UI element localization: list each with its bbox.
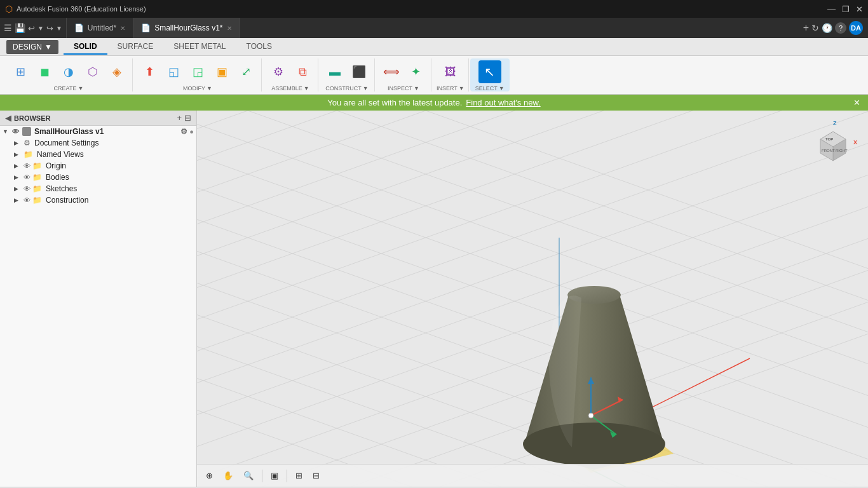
layout-button[interactable]: ⊟ [309,469,323,482]
tab-untitled[interactable]: 📄 Untitled* ✕ [67,18,133,38]
zoom-button[interactable]: 🔍 [240,469,257,482]
tree-item-bodies[interactable]: ▶ 👁 📁 Bodies [0,172,196,183]
construction-eye[interactable]: 👁 [24,196,31,204]
select-tool-button[interactable]: ↖ [478,60,501,83]
construct-arrow: ▼ [363,85,369,92]
root-extra[interactable]: ● [189,128,194,135]
main-content: ◀ BROWSER + ⊟ ▼ 👁 SmallHourGlass v1 ⚙ ● … [0,111,868,487]
select-arrow: ▼ [499,85,505,92]
tab-surface[interactable]: SURFACE [107,39,164,55]
assemble-label[interactable]: ASSEMBLE ▼ [271,85,309,92]
browser-split-button[interactable]: ⊟ [184,113,191,123]
display-mode-button[interactable]: ▣ [267,469,282,482]
insert-buttons: 🖼 [439,58,462,85]
tree-root-item[interactable]: ▼ 👁 SmallHourGlass v1 ⚙ ● [0,126,196,137]
browser-panel: ◀ BROWSER + ⊟ ▼ 👁 SmallHourGlass v1 ⚙ ● … [0,111,197,487]
sweep-button[interactable]: ⬡ [81,60,104,83]
shell-button[interactable]: ▣ [210,60,233,83]
tab-solid[interactable]: SOLID [64,39,107,55]
insert-mesh-button[interactable]: 🖼 [439,60,462,83]
tree-item-sketches[interactable]: ▶ 👁 📁 Sketches [0,183,196,194]
tab-close-hourglass[interactable]: ✕ [227,25,232,32]
tab-smallhourglass[interactable]: 📄 SmallHourGlass v1* ✕ [133,18,240,38]
toolbar-buttons: ⊞ ◼ ◑ ⬡ ◈ CREATE ▼ [0,56,868,94]
construction-arrow: ▶ [14,197,22,203]
viewport-bottom-toolbar: ⊕ ✋ 🔍 ▣ ⊞ ⊟ [197,464,868,487]
root-eye[interactable]: 👁 [12,128,19,135]
modify-group: ⬆ ◱ ◲ ▣ ⤢ MODIFY ▼ [134,58,262,92]
offset-plane-icon: ▬ [329,66,341,78]
select-label[interactable]: SELECT ▼ [475,85,505,92]
extrude-button[interactable]: ◼ [33,60,56,83]
account-avatar[interactable]: DA [849,21,863,35]
notification-close-button[interactable]: ✕ [853,98,860,107]
press-pull-button[interactable]: ⬆ [138,60,161,83]
view-cube[interactable]: X Z TOP FRONT RIGHT [808,120,858,171]
notification-text: You are all set with the latest update. [327,98,462,107]
title-bar: ⬡ Autodesk Fusion 360 (Education License… [0,0,868,18]
chamfer-button[interactable]: ◲ [186,60,209,83]
bodies-eye[interactable]: 👁 [24,173,31,181]
notification-link[interactable]: Find out what's new. [466,98,540,107]
construct-label[interactable]: CONSTRUCT ▼ [325,85,368,92]
pan-button[interactable]: ✋ [219,469,237,482]
construct-group: ▬ ⬛ CONSTRUCT ▼ [320,58,375,92]
title-bar-controls: — ❐ ✕ [827,4,863,14]
grid-button[interactable]: ⊞ [292,469,306,482]
refresh-button[interactable]: ↻ [811,23,819,33]
scale-button[interactable]: ⤢ [234,60,257,83]
undo-arrow[interactable]: ▼ [37,25,44,32]
root-gear[interactable]: ⚙ [180,127,187,136]
loft-button[interactable]: ◈ [105,60,128,83]
tree-item-document-settings[interactable]: ▶ ⚙ Document Settings [0,137,196,149]
orbit-button[interactable]: ⊕ [202,469,217,482]
tab-close-untitled[interactable]: ✕ [120,25,125,32]
minimize-button[interactable]: — [827,4,836,14]
design-button[interactable]: DESIGN ▼ [6,40,58,54]
measure-button[interactable]: ⟺ [380,60,403,83]
redo-icon[interactable]: ↪ [46,24,53,33]
undo-icon[interactable]: ↩ [28,24,35,33]
add-tab-button[interactable]: + [803,22,809,34]
midplane-button[interactable]: ⬛ [348,60,370,83]
main-tabs-row: DESIGN ▼ SOLID SURFACE SHEET METAL TOOLS [0,38,868,56]
history-button[interactable]: 🕐 [822,23,832,33]
revolve-button[interactable]: ◑ [57,60,80,83]
new-component-icon: ⊞ [16,66,25,78]
root-label: SmallHourGlass v1 [34,127,179,136]
modify-label[interactable]: MODIFY ▼ [183,85,212,92]
tab-sheet-metal[interactable]: SHEET METAL [163,39,236,55]
redo-arrow[interactable]: ▼ [56,25,62,32]
insert-label[interactable]: INSERT ▼ [437,85,465,92]
browser-add-button[interactable]: + [177,113,182,123]
fillet-button[interactable]: ◱ [162,60,185,83]
sketches-eye[interactable]: 👁 [24,185,31,193]
hamburger-icon[interactable]: ☰ [4,23,12,33]
tree-item-origin[interactable]: ▶ 👁 📁 Origin [0,160,196,172]
assemble-group: ⚙ ⧉ ASSEMBLE ▼ [263,58,318,92]
close-button[interactable]: ✕ [856,4,863,14]
tree-item-construction[interactable]: ▶ 👁 📁 Construction [0,194,196,206]
doc-settings-gear: ⚙ [24,139,31,147]
joint-button[interactable]: ⚙ [267,60,290,83]
browser-header: ◀ BROWSER + ⊟ [0,111,196,126]
tab-tools[interactable]: TOOLS [236,39,282,55]
tree-item-named-views[interactable]: ▶ 📁 Named Views [0,149,196,160]
view-cube-svg: X Z TOP FRONT RIGHT [808,120,858,171]
origin-eye[interactable]: 👁 [24,162,31,170]
viewport[interactable]: X Z TOP FRONT RIGHT ⊕ ✋ 🔍 ▣ [197,111,868,487]
maximize-button[interactable]: ❐ [842,4,850,14]
browser-collapse-button[interactable]: ◀ [5,113,11,123]
bodies-label: Bodies [44,173,194,182]
new-component-button[interactable]: ⊞ [9,60,32,83]
create-label[interactable]: CREATE ▼ [54,85,84,92]
inspect-label[interactable]: INSPECT ▼ [388,85,419,92]
browser-title: BROWSER [14,114,50,122]
help-button[interactable]: ? [835,22,846,34]
z-axis-label: Z [833,120,837,126]
offset-plane-button[interactable]: ▬ [323,60,346,83]
save-icon[interactable]: 💾 [15,23,25,33]
inspect-arrow: ▼ [414,85,419,92]
section-button[interactable]: ✦ [404,60,427,83]
rigid-group-button[interactable]: ⧉ [291,60,314,83]
